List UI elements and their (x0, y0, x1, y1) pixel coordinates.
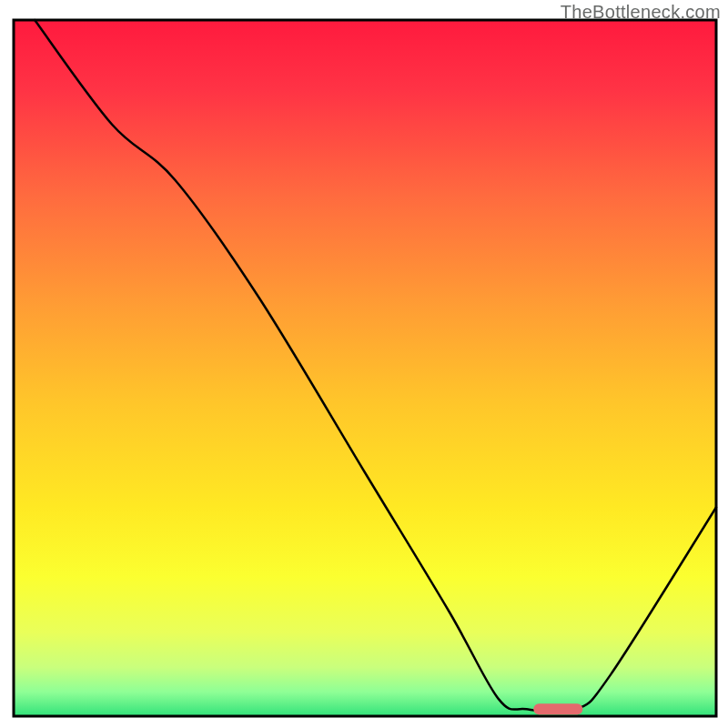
plot-background (14, 20, 716, 716)
watermark-text: TheBottleneck.com (561, 2, 721, 23)
chart-canvas (0, 0, 728, 728)
bottleneck-chart: TheBottleneck.com (0, 0, 728, 728)
optimal-marker (533, 703, 582, 714)
